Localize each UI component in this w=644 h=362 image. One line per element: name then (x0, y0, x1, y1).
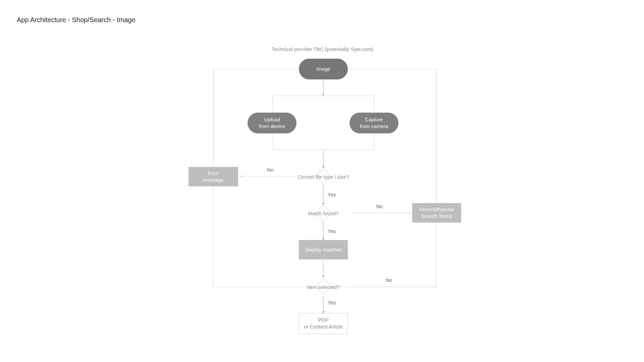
node-pdp-line1: PDP (318, 317, 329, 323)
node-display-label: Display matches (305, 246, 342, 253)
node-error: Error message (189, 167, 238, 186)
node-capture: Capture from camera (350, 113, 398, 133)
node-recent-terms: Recent/Popular Search Terms (412, 203, 461, 223)
edge-item-no: No (386, 277, 392, 283)
node-recent-line2: Search Terms (421, 213, 452, 220)
node-item-selected (315, 279, 331, 295)
node-match-found (315, 205, 331, 221)
node-error-line1: Error (208, 170, 219, 177)
node-recent-line1: Recent/Popular (419, 206, 454, 213)
edge-checkfile-no: No (267, 167, 273, 173)
edge-checkfile-yes: Yes (328, 192, 336, 197)
node-upload-line2: from device (259, 123, 285, 130)
node-check-file (315, 168, 331, 184)
node-error-line2: message (203, 177, 224, 183)
node-pdp-line2: or Content Article (304, 323, 342, 330)
page-title: App Architecture - Shop/Search - Image (17, 16, 136, 24)
edge-match-no: No (376, 203, 383, 209)
node-image: Image (299, 59, 348, 79)
node-image-label: Image (316, 66, 330, 72)
node-capture-line2: from camera (360, 123, 388, 130)
node-display-matches: Display matches (299, 240, 348, 259)
edge-item-yes: Yes (328, 300, 336, 305)
provider-note: Technical provider TBC (potentially Syte… (272, 46, 373, 52)
edge-match-yes: Yes (328, 228, 336, 234)
node-upload: Upload from device (248, 113, 297, 133)
node-upload-line1: Upload (264, 116, 280, 123)
node-capture-line1: Capture (365, 116, 383, 123)
node-pdp: PDP or Content Article (299, 313, 348, 334)
